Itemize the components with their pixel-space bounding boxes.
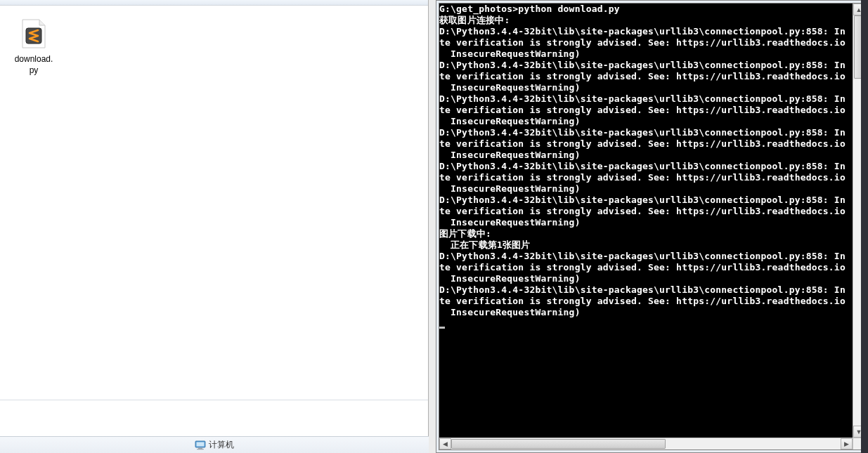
explorer-separator — [0, 400, 428, 400]
terminal-line: D:\Python3.4.4-32bit\lib\site-packages\u… — [439, 161, 853, 172]
sublime-file-icon — [17, 17, 51, 51]
svg-rect-0 — [26, 28, 41, 44]
terminal-line: 图片下载中: — [439, 228, 853, 239]
terminal-line: te verification is strongly advised. See… — [439, 138, 853, 150]
terminal-inner: G:\get_photos>python download.py获取图片连接中:… — [439, 3, 865, 450]
terminal-line: te verification is strongly advised. See… — [439, 37, 853, 48]
file-name-line2: py — [30, 65, 39, 75]
svg-rect-4 — [198, 447, 202, 449]
file-name-line1: download. — [15, 54, 53, 64]
terminal-cursor — [439, 327, 445, 329]
terminal-line: D:\Python3.4.4-32bit\lib\site-packages\u… — [439, 251, 853, 262]
terminal-horizontal-scrollbar[interactable]: ◀ ▶ — [439, 438, 853, 449]
terminal-line: D:\Python3.4.4-32bit\lib\site-packages\u… — [439, 127, 853, 138]
terminal-line: 获取图片连接中: — [439, 15, 853, 26]
terminal-line: InsecureRequestWarning) — [439, 273, 853, 284]
terminal-line: InsecureRequestWarning) — [439, 82, 853, 93]
right-strip — [861, 0, 868, 453]
terminal-line: InsecureRequestWarning) — [439, 217, 853, 228]
explorer-statusbar: 计算机 — [0, 436, 429, 453]
file-item-download-py[interactable]: download. py — [6, 14, 62, 79]
terminal-cursor-line — [439, 318, 853, 329]
terminal-line: InsecureRequestWarning) — [439, 116, 853, 127]
hscroll-thumb[interactable] — [451, 439, 666, 449]
terminal-window: G:\get_photos>python download.py获取图片连接中:… — [436, 0, 868, 453]
scroll-right-button[interactable]: ▶ — [841, 438, 853, 449]
computer-icon — [195, 440, 206, 451]
statusbar-label: 计算机 — [209, 439, 234, 451]
terminal-line: G:\get_photos>python download.py — [439, 4, 853, 15]
terminal-output[interactable]: G:\get_photos>python download.py获取图片连接中:… — [439, 4, 853, 438]
terminal-line: te verification is strongly advised. See… — [439, 206, 853, 217]
terminal-line: InsecureRequestWarning) — [439, 183, 853, 195]
terminal-line: te verification is strongly advised. See… — [439, 296, 853, 307]
terminal-line: D:\Python3.4.4-32bit\lib\site-packages\u… — [439, 26, 853, 37]
svg-rect-5 — [197, 449, 204, 449]
explorer-pane: download. py 计算机 — [0, 0, 429, 453]
terminal-line: D:\Python3.4.4-32bit\lib\site-packages\u… — [439, 60, 853, 71]
terminal-line: InsecureRequestWarning) — [439, 150, 853, 161]
terminal-line: InsecureRequestWarning) — [439, 307, 853, 318]
terminal-line: te verification is strongly advised. See… — [439, 71, 853, 82]
terminal-line: D:\Python3.4.4-32bit\lib\site-packages\u… — [439, 284, 853, 296]
svg-rect-3 — [197, 442, 205, 446]
terminal-line: te verification is strongly advised. See… — [439, 262, 853, 273]
terminal-line: te verification is strongly advised. See… — [439, 172, 853, 183]
file-area[interactable]: download. py — [0, 6, 428, 398]
explorer-toolbar — [0, 0, 428, 6]
scroll-left-button[interactable]: ◀ — [439, 438, 451, 449]
terminal-line: InsecureRequestWarning) — [439, 48, 853, 60]
terminal-line: 正在下载第1张图片 — [439, 239, 853, 251]
terminal-line: D:\Python3.4.4-32bit\lib\site-packages\u… — [439, 195, 853, 206]
file-label: download. py — [8, 53, 59, 76]
hscroll-track[interactable] — [451, 438, 841, 449]
terminal-line: D:\Python3.4.4-32bit\lib\site-packages\u… — [439, 93, 853, 105]
terminal-line: te verification is strongly advised. See… — [439, 105, 853, 116]
